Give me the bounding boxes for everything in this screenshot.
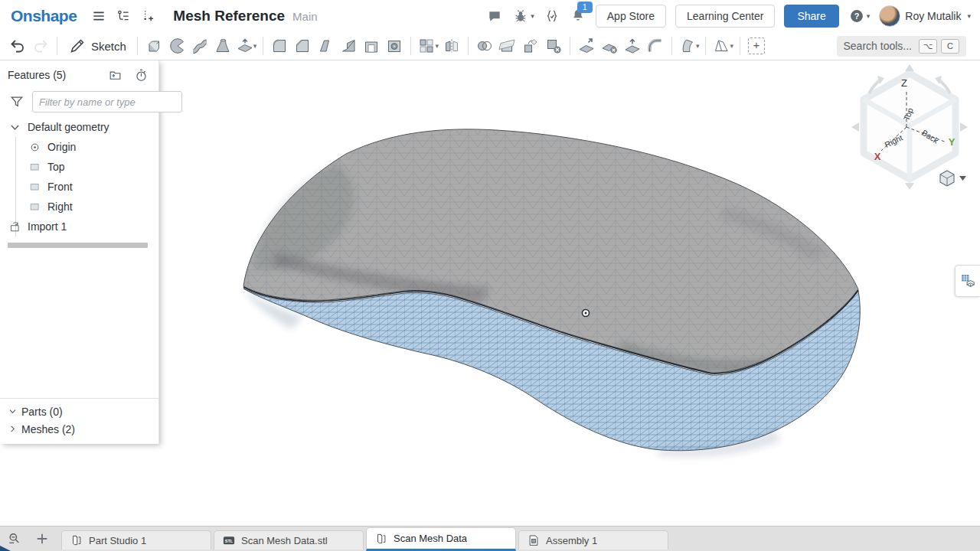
linear-pattern-icon — [417, 37, 436, 55]
move-face-button[interactable] — [575, 34, 598, 57]
tree-item-default-geometry[interactable]: Default geometry — [0, 117, 158, 137]
delete-part-icon — [544, 37, 563, 55]
assembly-icon — [527, 533, 541, 547]
meshes-label: Meshes (2) — [21, 423, 75, 435]
bottom-tab-bar: Part Studio 1STLScan Mesh Data.stlScan M… — [0, 526, 980, 551]
search-tools-box[interactable]: Search tools... ⌥ C — [837, 36, 967, 57]
plus-icon — [34, 530, 51, 547]
parts-list-header[interactable]: Parts (0) — [0, 403, 158, 420]
comment-icon[interactable] — [486, 8, 503, 24]
performance-icon[interactable] — [132, 67, 149, 83]
report-bug-button[interactable]: ▾ — [512, 8, 534, 24]
chevron-down-icon[interactable]: ▾ — [696, 42, 700, 50]
chevron-down-icon[interactable]: ▾ — [253, 42, 257, 50]
tree-item-origin[interactable]: Origin — [0, 137, 158, 157]
replace-face-icon — [623, 37, 642, 55]
import-icon — [6, 218, 23, 235]
workspace-name[interactable]: Main — [292, 10, 318, 23]
thicken-button[interactable]: ▾ — [234, 34, 259, 57]
shell-button[interactable] — [360, 34, 383, 57]
onshape-logo[interactable]: Onshape — [11, 7, 77, 25]
split-button[interactable] — [496, 34, 519, 57]
avatar — [879, 5, 900, 27]
tree-item-import-1[interactable]: Import 1 — [0, 217, 158, 236]
undo-button[interactable] — [6, 34, 29, 57]
toolbar-divider — [137, 37, 138, 55]
chamfer-icon — [293, 37, 312, 55]
tree-item-front[interactable]: Front — [0, 177, 158, 197]
app-store-button[interactable]: App Store — [596, 5, 666, 28]
delete-face-button[interactable] — [598, 34, 621, 57]
modify-fillet-button[interactable] — [644, 34, 667, 57]
transform-button[interactable] — [519, 34, 542, 57]
insert-element-icon[interactable] — [139, 8, 156, 24]
axis-x-label: X — [874, 151, 881, 162]
fillet-button[interactable] — [268, 34, 291, 57]
features-panel-title: Features (5) — [8, 69, 66, 81]
redo-button[interactable] — [29, 34, 52, 57]
rib-button[interactable] — [337, 34, 360, 57]
toolbar-divider — [263, 37, 263, 55]
chevron-down-icon[interactable]: ▾ — [730, 42, 733, 50]
tab-scan-mesh-data-stl[interactable]: STLScan Mesh Data.stl — [214, 530, 364, 549]
notification-badge: 1 — [577, 2, 593, 13]
linear-pattern-button[interactable]: ▾ — [416, 34, 440, 57]
loft-button[interactable] — [211, 34, 234, 57]
arrow-right-icon — [960, 122, 968, 132]
tree-item-right[interactable]: Right — [0, 197, 158, 217]
sweep-button[interactable] — [188, 34, 211, 57]
search-tabs-button[interactable] — [5, 529, 24, 549]
boolean-button[interactable] — [473, 34, 496, 57]
revolve-button[interactable] — [165, 34, 188, 57]
rib-icon — [339, 37, 358, 55]
add-tab-button[interactable] — [32, 529, 52, 549]
part-studio-icon — [374, 532, 388, 546]
axis-y-label: Y — [949, 136, 956, 148]
meshes-list-header[interactable]: Meshes (2) — [0, 420, 158, 438]
fold-surface-button[interactable]: ▾ — [710, 34, 735, 57]
view-mode-button[interactable] — [940, 171, 966, 186]
toolbar-divider — [740, 37, 740, 55]
document-title: Mesh Reference — [173, 8, 285, 24]
learning-center-button[interactable]: Learning Center — [675, 5, 775, 28]
chevron-right-icon — [6, 423, 18, 435]
delete-part-button[interactable] — [542, 34, 565, 57]
chevron-down-icon[interactable]: ▾ — [435, 42, 439, 50]
tab-assembly-1[interactable]: Assembly 1 — [518, 530, 668, 549]
properties-table-panel-toggle[interactable] — [955, 265, 980, 297]
tab-label: Assembly 1 — [546, 535, 597, 546]
sketch-icon — [68, 37, 87, 55]
versions-icon[interactable] — [115, 8, 132, 24]
chevron-down-icon — [6, 119, 23, 135]
shell-icon — [362, 37, 381, 55]
draft-button[interactable] — [314, 34, 337, 57]
chamfer-button[interactable] — [291, 34, 314, 57]
draft-icon — [316, 37, 335, 55]
tab-part-studio-1[interactable]: Part Studio 1 — [61, 530, 211, 549]
rollback-bar[interactable] — [8, 243, 148, 248]
share-button[interactable]: Share — [784, 5, 838, 28]
svg-text:STL: STL — [225, 539, 234, 543]
filter-input[interactable] — [32, 91, 182, 112]
search-tools-placeholder: Search tools... — [844, 40, 913, 52]
arrow-up-icon — [905, 64, 914, 71]
filter-icon[interactable] — [9, 93, 24, 110]
notifications-button[interactable]: 1 — [570, 7, 586, 26]
extrude-button[interactable] — [142, 34, 165, 57]
custom-feature-button[interactable]: + — [745, 34, 768, 57]
mirror-button[interactable] — [440, 34, 463, 57]
sketch-button[interactable]: Sketch — [62, 34, 132, 57]
origin-marker[interactable] — [583, 310, 590, 317]
replace-face-button[interactable] — [621, 34, 644, 57]
view-cube[interactable]: Z X Y Top Right Back — [851, 64, 968, 190]
help-menu-button[interactable]: ?▾ — [848, 8, 871, 24]
hole-button[interactable] — [383, 34, 406, 57]
hamburger-icon[interactable] — [90, 8, 107, 24]
extrude-surface-button[interactable]: ▾ — [677, 34, 701, 57]
featurescript-icon[interactable] — [544, 8, 560, 24]
tree-item-top[interactable]: Top — [0, 157, 158, 177]
tab-scan-mesh-data[interactable]: Scan Mesh Data — [366, 527, 516, 551]
user-menu-button[interactable]: Roy Mutalik ▾ — [879, 5, 971, 27]
new-folder-icon[interactable] — [106, 67, 123, 83]
mirror-icon — [443, 37, 461, 55]
